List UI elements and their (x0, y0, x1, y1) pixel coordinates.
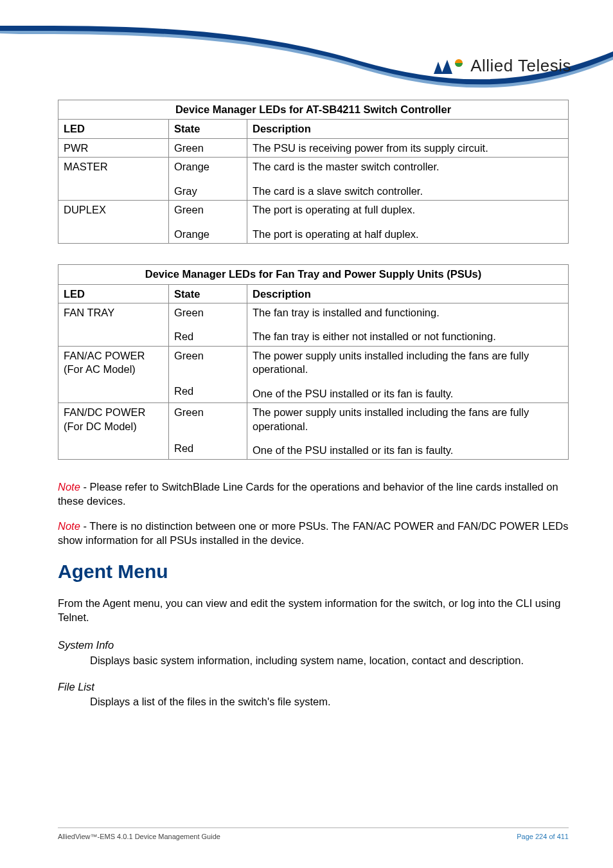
table2-caption: Device Manager LEDs for Fan Tray and Pow… (58, 265, 569, 284)
note-1: Note - Please refer to SwitchBlade Line … (58, 480, 569, 508)
cell-desc-2: The port is operating at half duplex. (253, 228, 563, 241)
cell-state-1: Green (174, 349, 242, 363)
cell-state-2: Gray (174, 185, 242, 198)
note-label: Note (58, 520, 80, 532)
table2-head-led: LED (58, 284, 169, 303)
cell-desc-1: The power supply units installed includi… (253, 406, 563, 433)
led-table-psu: Device Manager LEDs for Fan Tray and Pow… (58, 264, 569, 460)
table1-head-state: State (169, 120, 247, 138)
footer-left: AlliedView™-EMS 4.0.1 Device Management … (58, 832, 220, 841)
cell-desc: The PSU is receiving power from its supp… (247, 138, 569, 157)
table1-head-led: LED (58, 120, 169, 138)
cell-desc-2: The fan tray is either not installed or … (253, 330, 563, 343)
agent-intro: From the Agent menu, you can view and ed… (58, 597, 569, 624)
table2-head-desc: Description (247, 284, 569, 303)
cell-state: Green Orange (169, 201, 247, 244)
cell-led: FAN/DC POWER (For DC Model) (58, 403, 169, 460)
cell-led: PWR (58, 138, 169, 157)
brand-logo-mark (433, 58, 464, 75)
cell-desc-1: The power supply units installed includi… (253, 349, 563, 377)
cell-led: DUPLEX (58, 201, 169, 244)
cell-state: Green Red (169, 346, 247, 402)
cell-led-line1: FAN/DC POWER (64, 406, 145, 418)
cell-state-1: Green (174, 306, 242, 320)
table-row: PWR Green The PSU is receiving power fro… (58, 138, 569, 157)
table1-caption: Device Manager LEDs for AT-SB4211 Switch… (58, 100, 569, 120)
note-label: Note (58, 481, 80, 493)
def-body-system-info: Displays basic system information, inclu… (90, 654, 569, 667)
cell-led: FAN TRAY (58, 303, 169, 346)
table-row: MASTER Orange Gray The card is the maste… (58, 158, 569, 201)
cell-state-2: Orange (174, 228, 242, 241)
led-table-sb4211: Device Manager LEDs for AT-SB4211 Switch… (58, 100, 569, 244)
cell-state: Orange Gray (169, 158, 247, 201)
cell-desc-1: The fan tray is installed and functionin… (253, 306, 563, 320)
brand-logo: Allied Telesis (433, 55, 571, 77)
table-row: DUPLEX Green Orange The port is operatin… (58, 201, 569, 244)
note-2-body: - There is no distinction between one or… (58, 520, 568, 545)
cell-led: MASTER (58, 158, 169, 201)
svg-marker-1 (441, 60, 452, 74)
cell-led-line2: (For DC Model) (64, 420, 137, 432)
agent-menu-heading: Agent Menu (58, 559, 569, 584)
cell-state: Green Red (169, 403, 247, 460)
cell-state-2: Red (174, 384, 242, 398)
cell-desc-2: The card is a slave switch controller. (253, 185, 563, 198)
def-body-file-list: Displays a list of the files in the swit… (90, 695, 569, 709)
def-term-system-info: System Info (58, 638, 569, 652)
cell-desc: The port is operating at full duplex. Th… (247, 201, 569, 244)
svg-marker-0 (434, 62, 443, 74)
cell-led-line1: FAN/AC POWER (64, 350, 145, 361)
cell-state-2: Red (174, 330, 242, 343)
cell-desc: The fan tray is installed and functionin… (247, 303, 569, 346)
cell-desc-2: One of the PSU installed or its fan is f… (253, 444, 563, 457)
brand-logo-text: Allied Telesis (470, 55, 571, 77)
table-row: FAN/AC POWER (For AC Model) Green Red Th… (58, 346, 569, 402)
page-footer: AlliedView™-EMS 4.0.1 Device Management … (58, 827, 569, 841)
cell-state: Green (169, 138, 247, 157)
cell-desc-2: One of the PSU installed or its fan is f… (253, 387, 563, 401)
cell-state-1: Green (174, 406, 242, 419)
cell-desc: The card is the master switch controller… (247, 158, 569, 201)
cell-state-1: Green (174, 203, 242, 217)
table-row: FAN/DC POWER (For DC Model) Green Red Th… (58, 403, 569, 460)
cell-desc: The power supply units installed includi… (247, 346, 569, 402)
cell-state: Green Red (169, 303, 247, 346)
cell-desc-1: The port is operating at full duplex. (253, 203, 563, 217)
cell-state-1: Orange (174, 160, 242, 174)
footer-right: Page 224 of 411 (517, 832, 569, 841)
table-row: FAN TRAY Green Red The fan tray is insta… (58, 303, 569, 346)
note-1-body: - Please refer to SwitchBlade Line Cards… (58, 481, 558, 506)
cell-led: FAN/AC POWER (For AC Model) (58, 346, 169, 402)
cell-desc-1: The card is the master switch controller… (253, 160, 563, 174)
note-2: Note - There is no distinction between o… (58, 520, 569, 547)
header-swoosh (0, 0, 613, 109)
table1-head-desc: Description (247, 120, 569, 138)
def-term-file-list: File List (58, 680, 569, 694)
cell-desc: The power supply units installed includi… (247, 403, 569, 460)
cell-led-line2: (For AC Model) (64, 363, 136, 375)
table2-head-state: State (169, 284, 247, 303)
cell-state-2: Red (174, 442, 242, 455)
